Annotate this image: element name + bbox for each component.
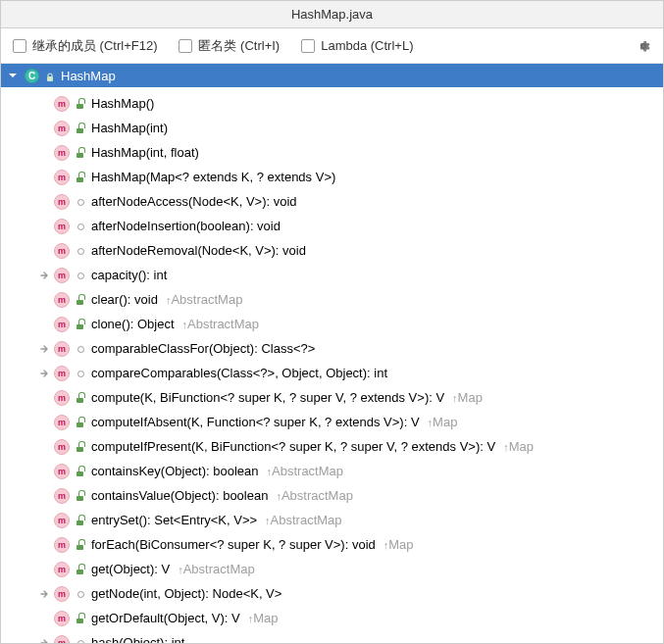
method-icon: m bbox=[54, 611, 70, 626]
method-icon: m bbox=[54, 292, 70, 308]
tree-row[interactable]: mHashMap(int, float) bbox=[54, 140, 663, 165]
override-indicator: ↑Map bbox=[452, 390, 483, 405]
method-signature: clear(): void bbox=[91, 292, 158, 307]
method-icon: m bbox=[54, 439, 70, 455]
public-lock-icon bbox=[76, 99, 85, 109]
class-header-row[interactable]: C HashMap bbox=[1, 64, 663, 87]
method-icon: m bbox=[54, 145, 70, 161]
method-signature: clone(): Object bbox=[91, 317, 175, 331]
method-icon: m bbox=[54, 317, 70, 332]
override-indicator: ↑Map bbox=[503, 439, 534, 454]
override-indicator: ↑AbstractMap bbox=[276, 488, 352, 503]
public-lock-icon bbox=[76, 565, 85, 574]
checkbox-icon bbox=[13, 39, 26, 53]
override-indicator: ↑Map bbox=[383, 537, 414, 552]
public-lock-icon bbox=[76, 173, 85, 182]
method-signature: HashMap(int, float) bbox=[91, 145, 199, 160]
override-indicator: ↑AbstractMap bbox=[178, 562, 254, 576]
tree-row[interactable]: mforEach(BiConsumer<? super K, ? super V… bbox=[54, 532, 663, 557]
method-signature: HashMap(Map<? extends K, ? extends V>) bbox=[91, 170, 335, 184]
static-indicator-icon bbox=[38, 270, 50, 281]
method-icon: m bbox=[54, 341, 70, 357]
tree-row[interactable]: mHashMap(Map<? extends K, ? extends V>) bbox=[54, 165, 663, 189]
tree-row[interactable]: mgetNode(int, Object): Node<K, V> bbox=[54, 581, 663, 606]
window-title: HashMap.java bbox=[291, 7, 373, 22]
package-visibility-icon bbox=[76, 344, 85, 354]
method-signature: getOrDefault(Object, V): V bbox=[91, 611, 240, 625]
method-icon: m bbox=[54, 635, 70, 644]
tree-row[interactable]: mgetOrDefault(Object, V): V↑Map bbox=[54, 606, 663, 630]
tree-row[interactable]: mclone(): Object↑AbstractMap bbox=[54, 312, 663, 336]
checkbox-icon bbox=[301, 39, 315, 53]
tree-row[interactable]: mcomparableClassFor(Object): Class<?> bbox=[54, 336, 663, 361]
method-icon: m bbox=[54, 513, 70, 528]
method-signature: capacity(): int bbox=[91, 268, 167, 282]
method-icon: m bbox=[54, 243, 70, 259]
toolbar: 继承的成员 (Ctrl+F12) 匿名类 (Ctrl+I) Lambda (Ct… bbox=[1, 28, 663, 64]
option-label: 继承的成员 (Ctrl+F12) bbox=[32, 37, 157, 55]
public-lock-icon bbox=[76, 124, 85, 133]
option-label: 匿名类 (Ctrl+I) bbox=[198, 37, 280, 55]
tree-row[interactable]: mcontainsValue(Object): boolean↑Abstract… bbox=[54, 483, 663, 508]
override-indicator: ↑Map bbox=[248, 611, 279, 625]
tree-row[interactable]: mcompute(K, BiFunction<? super K, ? supe… bbox=[54, 385, 663, 410]
override-indicator: ↑AbstractMap bbox=[265, 513, 341, 527]
public-lock-icon bbox=[76, 418, 85, 427]
chevron-down-icon[interactable] bbox=[7, 70, 19, 81]
static-indicator-icon bbox=[38, 588, 50, 600]
tree-row[interactable]: mafterNodeInsertion(boolean): void bbox=[54, 214, 663, 238]
method-icon: m bbox=[54, 562, 70, 577]
method-signature: afterNodeRemoval(Node<K, V>): void bbox=[91, 243, 306, 258]
tree-row[interactable]: mcontainsKey(Object): boolean↑AbstractMa… bbox=[54, 459, 663, 483]
public-lock-icon bbox=[76, 491, 85, 501]
method-icon: m bbox=[54, 268, 70, 283]
public-lock-icon bbox=[76, 320, 85, 329]
method-signature: computeIfPresent(K, BiFunction<? super K… bbox=[91, 439, 495, 454]
svg-rect-0 bbox=[47, 76, 53, 81]
tree-row[interactable]: mcomputeIfAbsent(K, Function<? super K, … bbox=[54, 410, 663, 434]
method-signature: get(Object): V bbox=[91, 562, 170, 576]
tree-row[interactable]: mafterNodeRemoval(Node<K, V>): void bbox=[54, 238, 663, 263]
option-anonymous[interactable]: 匿名类 (Ctrl+I) bbox=[179, 37, 280, 55]
method-icon: m bbox=[54, 170, 70, 185]
static-indicator-icon bbox=[38, 343, 50, 355]
tree-row[interactable]: mentrySet(): Set<Entry<K, V>>↑AbstractMa… bbox=[54, 508, 663, 532]
public-lock-icon bbox=[76, 295, 85, 305]
tree-row[interactable]: mcompareComparables(Class<?>, Object, Ob… bbox=[54, 361, 663, 385]
option-inherited[interactable]: 继承的成员 (Ctrl+F12) bbox=[13, 37, 157, 55]
method-signature: afterNodeAccess(Node<K, V>): void bbox=[91, 194, 297, 209]
tree-row[interactable]: mhash(Object): int bbox=[54, 630, 663, 643]
package-visibility-icon bbox=[76, 271, 85, 280]
method-icon: m bbox=[54, 488, 70, 504]
method-signature: HashMap() bbox=[91, 96, 154, 111]
package-visibility-icon bbox=[76, 589, 85, 599]
method-signature: compute(K, BiFunction<? super K, ? super… bbox=[91, 390, 444, 405]
method-icon: m bbox=[54, 415, 70, 430]
tree-row[interactable]: mHashMap() bbox=[54, 91, 663, 116]
lock-icon bbox=[45, 71, 55, 80]
tree-row[interactable]: mget(Object): V↑AbstractMap bbox=[54, 557, 663, 581]
method-icon: m bbox=[54, 464, 70, 479]
method-signature: containsValue(Object): boolean bbox=[91, 488, 268, 503]
tree-row[interactable]: mcapacity(): int bbox=[54, 263, 663, 287]
gear-icon[interactable] bbox=[636, 38, 651, 54]
method-signature: hash(Object): int bbox=[91, 635, 184, 643]
method-signature: compareComparables(Class<?>, Object, Obj… bbox=[91, 366, 387, 380]
method-icon: m bbox=[54, 194, 70, 210]
method-signature: containsKey(Object): boolean bbox=[91, 464, 259, 478]
option-lambda[interactable]: Lambda (Ctrl+L) bbox=[301, 38, 413, 53]
tree-row[interactable]: mclear(): void↑AbstractMap bbox=[54, 287, 663, 312]
tree-scroll[interactable]: mHashMap()mHashMap(int)mHashMap(int, flo… bbox=[1, 87, 663, 643]
method-signature: afterNodeInsertion(boolean): void bbox=[91, 219, 281, 233]
checkbox-icon bbox=[179, 39, 192, 53]
tree-row[interactable]: mcomputeIfPresent(K, BiFunction<? super … bbox=[54, 434, 663, 459]
method-signature: computeIfAbsent(K, Function<? super K, ?… bbox=[91, 415, 420, 429]
class-icon: C bbox=[25, 69, 39, 83]
tree-row[interactable]: mafterNodeAccess(Node<K, V>): void bbox=[54, 189, 663, 214]
option-label: Lambda (Ctrl+L) bbox=[321, 38, 413, 53]
static-indicator-icon bbox=[38, 368, 50, 379]
public-lock-icon bbox=[76, 516, 85, 525]
tree-row[interactable]: mHashMap(int) bbox=[54, 116, 663, 140]
public-lock-icon bbox=[76, 393, 85, 403]
package-visibility-icon bbox=[76, 197, 85, 207]
